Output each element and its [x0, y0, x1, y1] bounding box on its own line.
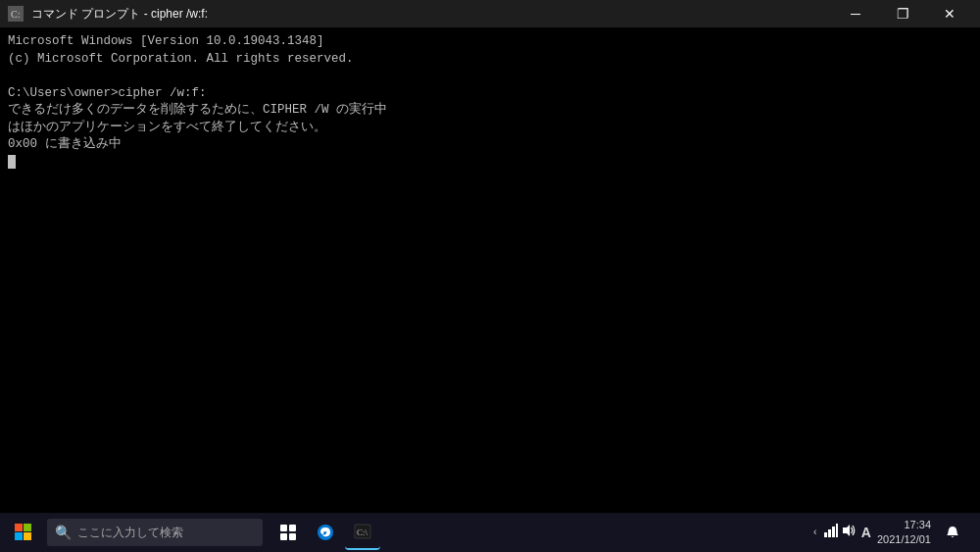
notification-button[interactable]: [937, 515, 968, 550]
task-view-button[interactable]: [270, 515, 306, 550]
svg-rect-14: [828, 529, 831, 537]
ime-indicator[interactable]: A: [861, 525, 871, 540]
taskbar: 🔍 ここに入力して検索 C:\: [0, 513, 980, 552]
start-button[interactable]: [4, 513, 43, 552]
svg-text:C:: C:: [11, 9, 20, 20]
clock-date: 2021/12/01: [877, 532, 931, 547]
cmd-taskbar-button[interactable]: C:\: [345, 515, 380, 550]
svg-rect-6: [280, 525, 287, 531]
title-bar: C: コマンド プロンプト - cipher /w:f: ─ ❐ ✕: [0, 0, 980, 27]
terminal-line-1: Microsoft Windows [Version 10.0.19043.13…: [8, 33, 972, 51]
taskbar-center-buttons: C:\: [270, 515, 380, 550]
svg-rect-7: [289, 525, 296, 531]
terminal-line-msg2: はほかのアプリケーションをすべて終了してください。: [8, 120, 972, 137]
svg-rect-9: [289, 533, 296, 540]
search-icon: 🔍: [55, 525, 72, 541]
svg-text:C:\: C:\: [357, 527, 368, 537]
svg-marker-17: [843, 525, 850, 536]
svg-rect-3: [24, 524, 31, 531]
svg-point-10: [318, 525, 333, 540]
system-tray: ‹ A 1: [805, 513, 976, 552]
window-title: コマンド プロンプト - cipher /w:f:: [31, 6, 208, 23]
clock-display[interactable]: 17:34 2021/12/01: [877, 518, 931, 548]
svg-rect-16: [836, 524, 838, 537]
svg-rect-15: [832, 527, 835, 537]
minimize-button[interactable]: ─: [833, 0, 878, 27]
terminal-line-2: (c) Microsoft Corporation. All rights re…: [8, 51, 972, 69]
terminal-cursor-line: [8, 154, 972, 172]
tray-overflow-button[interactable]: ‹: [812, 527, 818, 538]
network-icon[interactable]: [824, 524, 838, 541]
edge-button[interactable]: [308, 515, 343, 550]
terminal-area: Microsoft Windows [Version 10.0.19043.13…: [0, 27, 980, 513]
cmd-icon: C:: [8, 6, 24, 22]
volume-icon[interactable]: [842, 524, 856, 541]
terminal-line-blank: [8, 68, 972, 85]
svg-rect-4: [15, 532, 23, 540]
search-placeholder-text: ここに入力して検索: [77, 525, 183, 541]
title-bar-left: C: コマンド プロンプト - cipher /w:f:: [8, 6, 208, 23]
cursor-blink: [8, 155, 16, 169]
svg-rect-13: [824, 532, 827, 537]
terminal-line-cmd: C:\Users\owner>cipher /w:f:: [8, 85, 972, 103]
restore-button[interactable]: ❐: [880, 0, 925, 27]
svg-rect-2: [15, 524, 23, 531]
svg-rect-5: [24, 532, 31, 540]
close-button[interactable]: ✕: [927, 0, 972, 27]
search-box[interactable]: 🔍 ここに入力して検索: [47, 519, 263, 546]
tray-icons: [824, 524, 856, 541]
terminal-line-writing: 0x00 に書き込み中: [8, 136, 972, 154]
svg-rect-8: [280, 533, 287, 540]
clock-time: 17:34: [877, 518, 931, 532]
window-controls: ─ ❐ ✕: [833, 0, 972, 27]
terminal-line-msg1: できるだけ多くのデータを削除するために、CIPHER /W の実行中: [8, 102, 972, 120]
